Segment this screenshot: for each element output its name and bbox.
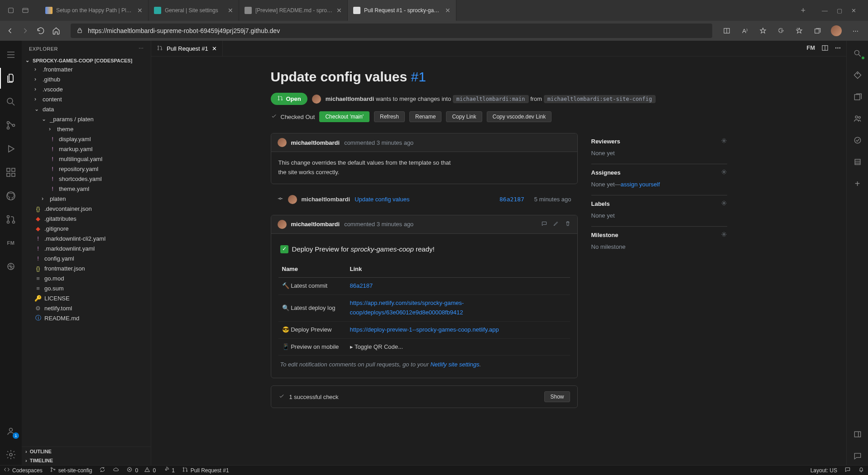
deploy-link[interactable]: https://app.netlify.com/sites/sprocky-ga… — [350, 299, 464, 316]
back-icon[interactable] — [5, 26, 14, 35]
people-icon[interactable] — [847, 109, 868, 128]
file-item[interactable]: ◆.gitattributes — [22, 214, 151, 223]
frontmatter-icon[interactable]: FM — [0, 233, 22, 253]
layout-status[interactable]: Layout: US — [807, 466, 841, 475]
copy-vscode-link-button[interactable]: Copy vscode.dev Link — [487, 111, 551, 122]
checkout-main-button[interactable]: Checkout 'main' — [319, 111, 369, 122]
folder-item[interactable]: ›.frontmatter — [22, 64, 151, 74]
netlify-settings-link[interactable]: Netlify site settings — [430, 361, 479, 368]
file-item[interactable]: !.markdownlint.yaml — [22, 243, 151, 253]
file-item[interactable]: !display.yaml — [22, 134, 151, 144]
folder-item[interactable]: ›.vscode — [22, 84, 151, 94]
github-icon[interactable] — [0, 185, 22, 206]
settings-gear-icon[interactable] — [0, 444, 22, 465]
split-editor-icon[interactable] — [821, 44, 829, 53]
show-checks-button[interactable]: Show — [544, 391, 570, 402]
branch-status[interactable]: set-site-config — [46, 466, 96, 475]
cloud-status[interactable] — [109, 466, 123, 475]
accounts-icon[interactable]: 1 — [0, 421, 22, 442]
rename-button[interactable]: Rename — [409, 111, 441, 122]
live-server-icon[interactable] — [0, 256, 22, 277]
close-window-icon[interactable]: ✕ — [851, 7, 856, 14]
panel-toggle-icon[interactable] — [847, 425, 868, 443]
search-side-icon[interactable] — [847, 44, 868, 62]
refresh-icon[interactable] — [36, 26, 45, 35]
project-root[interactable]: ⌄ SPROCKY-GAMES-COOP [CODESPACES] — [22, 57, 151, 64]
folder-item[interactable]: ›content — [22, 94, 151, 104]
preview-icon[interactable] — [847, 131, 868, 149]
star-icon[interactable] — [758, 26, 767, 35]
source-control-icon[interactable] — [0, 115, 22, 136]
gear-icon[interactable] — [721, 169, 727, 176]
home-icon[interactable] — [52, 26, 61, 35]
browser-tab[interactable]: Setup on the Happy Path | Platen✕ — [40, 0, 149, 21]
database-icon[interactable] — [847, 153, 868, 171]
file-item[interactable]: {}frontmatter.json — [22, 263, 151, 273]
file-item[interactable]: {}.devcontainer.json — [22, 204, 151, 214]
pr-status[interactable]: Pull Request #1 — [178, 466, 233, 475]
notifications-status[interactable] — [854, 466, 868, 475]
split-icon[interactable] — [722, 26, 731, 35]
read-aloud-icon[interactable]: A⁾ — [740, 26, 749, 35]
close-tab-icon[interactable]: ✕ — [228, 7, 233, 14]
sync-status[interactable] — [96, 466, 109, 475]
close-tab-icon[interactable]: ✕ — [445, 7, 451, 14]
quote-icon[interactable] — [541, 220, 547, 228]
explorer-more-icon[interactable]: ⋯ — [139, 46, 144, 52]
commit-title-link[interactable]: Update config values — [355, 196, 409, 203]
explorer-icon[interactable] — [0, 68, 22, 89]
collections-icon[interactable] — [813, 26, 822, 35]
close-tab-icon[interactable]: ✕ — [336, 7, 342, 14]
profile-avatar[interactable] — [831, 25, 842, 36]
assign-yourself-link[interactable]: assign yourself — [621, 181, 660, 188]
workspaces-icon[interactable] — [22, 7, 29, 14]
browser-tab[interactable]: [Preview] README.md - sprocky…✕ — [239, 0, 348, 21]
copy-link-button[interactable]: Copy Link — [446, 111, 482, 122]
editor-more-icon[interactable]: ⋯ — [835, 44, 841, 53]
deploy-link[interactable]: https://deploy-preview-1--sprocky-games-… — [350, 326, 499, 333]
toggle-qr[interactable]: ▸ Toggle QR Code... — [350, 343, 403, 350]
outline-section[interactable]: ›OUTLINE — [22, 447, 151, 456]
more-icon[interactable]: ⋯ — [851, 26, 860, 35]
file-item[interactable]: !.markdownlint-cli2.yaml — [22, 233, 151, 243]
layers-icon[interactable] — [847, 88, 868, 106]
extensions-bar-icon[interactable] — [0, 162, 22, 183]
tag-icon[interactable] — [847, 66, 868, 84]
file-item[interactable]: ◆.gitignore — [22, 223, 151, 233]
folder-item[interactable]: ⌄data — [22, 104, 151, 114]
file-item[interactable]: !multilingual.yaml — [22, 154, 151, 164]
feedback-status[interactable] — [841, 466, 854, 475]
file-item[interactable]: !theme.yaml — [22, 184, 151, 194]
folder-item[interactable]: ›theme — [22, 124, 151, 134]
folder-item[interactable]: ⌄_params / platen — [22, 114, 151, 124]
close-tab-icon[interactable]: ✕ — [137, 7, 143, 14]
gear-icon[interactable] — [721, 138, 727, 145]
gear-icon[interactable] — [721, 231, 727, 239]
deploy-link[interactable]: 86a2187 — [350, 282, 373, 289]
timeline-section[interactable]: ›TIMELINE — [22, 456, 151, 465]
problems-status[interactable]: 0 0 — [123, 466, 159, 475]
feedback-icon[interactable] — [847, 447, 868, 465]
file-item[interactable]: !markup.yaml — [22, 144, 151, 154]
folder-item[interactable]: ›platen — [22, 194, 151, 204]
fm-badge[interactable]: FM — [806, 44, 815, 53]
refresh-button[interactable]: Refresh — [374, 111, 405, 122]
pull-requests-icon[interactable] — [0, 209, 22, 230]
personal-icon[interactable] — [7, 7, 14, 14]
menu-icon[interactable] — [0, 44, 22, 65]
delete-icon[interactable] — [565, 220, 571, 228]
commit-sha[interactable]: 86a2187 — [499, 196, 524, 203]
minimize-icon[interactable]: — — [822, 7, 828, 14]
folder-item[interactable]: ›.github — [22, 74, 151, 84]
file-item[interactable]: ≡go.sum — [22, 283, 151, 293]
file-item[interactable]: ⓘREADME.md — [22, 313, 151, 323]
editor-tab[interactable]: Pull Request #1 ✕ — [151, 41, 223, 56]
browser-tab[interactable]: Pull Request #1 - sprocky-games…✕ — [348, 0, 456, 21]
extensions-icon[interactable] — [777, 26, 786, 35]
close-tab-icon[interactable]: ✕ — [212, 45, 217, 52]
add-panel-icon[interactable]: + — [847, 175, 868, 193]
url-input[interactable]: https://michaeltlombardi-supreme-robot-6… — [71, 24, 712, 38]
file-item[interactable]: !config.yaml — [22, 253, 151, 263]
file-item[interactable]: ≡go.mod — [22, 273, 151, 283]
file-item[interactable]: !shortcodes.yaml — [22, 174, 151, 184]
